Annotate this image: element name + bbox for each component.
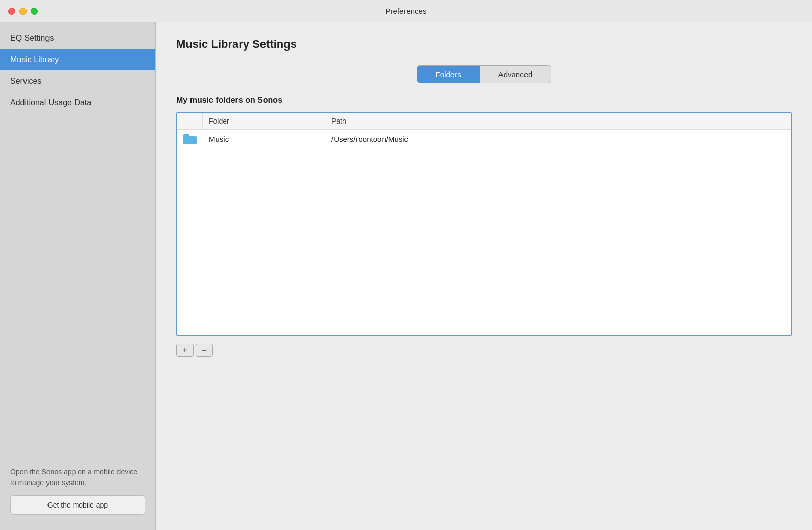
section-title: My music folders on Sonos <box>176 95 792 105</box>
sidebar-item-additional-usage-data[interactable]: Additional Usage Data <box>0 92 155 113</box>
tabs-container: Folders Advanced <box>176 65 792 83</box>
page-title: Music Library Settings <box>176 38 792 51</box>
titlebar: Preferences <box>0 0 812 22</box>
window-title: Preferences <box>386 7 427 15</box>
sidebar-nav: EQ SettingsMusic LibraryServicesAddition… <box>0 28 155 456</box>
header-icon-col <box>177 113 203 129</box>
header-path: Path <box>325 113 791 129</box>
sidebar-item-eq-settings[interactable]: EQ Settings <box>0 28 155 49</box>
main-container: EQ SettingsMusic LibraryServicesAddition… <box>0 22 812 530</box>
tab-advanced[interactable]: Advanced <box>480 66 551 83</box>
table-actions: + − <box>176 344 792 357</box>
tab-group: Folders Advanced <box>417 65 552 83</box>
content-area: Music Library Settings Folders Advanced … <box>156 22 812 530</box>
maximize-button[interactable] <box>31 8 38 15</box>
table-header: Folder Path <box>177 113 791 130</box>
sidebar-bottom: Open the Sonos app on a mobile device to… <box>0 456 155 530</box>
sidebar-item-services[interactable]: Services <box>0 70 155 92</box>
header-folder: Folder <box>203 113 325 129</box>
close-button[interactable] <box>8 8 15 15</box>
add-folder-button[interactable]: + <box>176 344 194 357</box>
tab-folders[interactable]: Folders <box>417 66 480 83</box>
minimize-button[interactable] <box>19 8 27 15</box>
table-row[interactable]: Music /Users/roontoon/Music <box>177 130 791 149</box>
mobile-app-button[interactable]: Get the mobile app <box>10 495 145 515</box>
sidebar: EQ SettingsMusic LibraryServicesAddition… <box>0 22 156 530</box>
promo-text: Open the Sonos app on a mobile device to… <box>10 467 145 488</box>
window-controls <box>8 8 38 15</box>
row-folder-name: Music <box>203 130 325 149</box>
folders-table: Folder Path Music /Users/roontoon/Music <box>176 112 792 336</box>
folder-icon <box>183 134 197 144</box>
sidebar-item-music-library[interactable]: Music Library <box>0 49 155 70</box>
row-path: /Users/roontoon/Music <box>325 130 791 149</box>
remove-folder-button[interactable]: − <box>196 344 213 357</box>
row-icon-cell <box>177 130 203 149</box>
